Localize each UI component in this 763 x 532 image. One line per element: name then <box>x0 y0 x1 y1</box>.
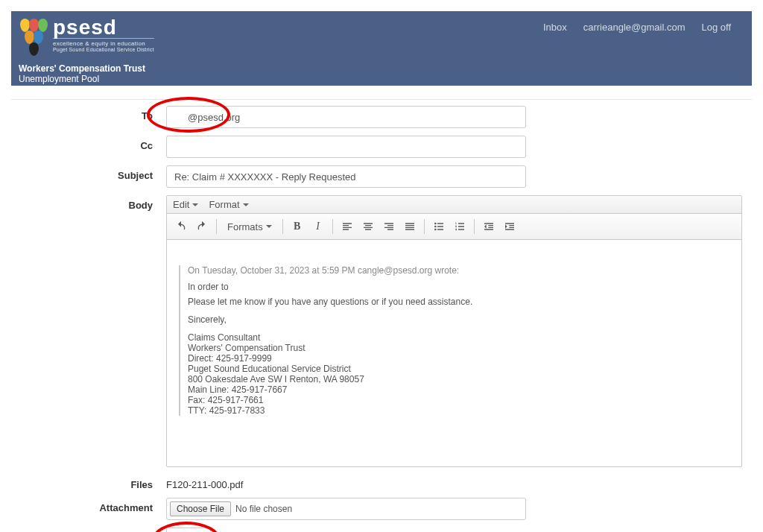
signature-main: Main Line: 425-917-7667 <box>188 384 729 395</box>
body-line-sincerely: Sincerely, <box>188 314 729 325</box>
editor-menu-edit-label: Edit <box>173 199 189 210</box>
brand-subtitle-1: excellence & equity in education <box>53 38 154 47</box>
nav-user-link[interactable]: carrieangle@gmail.com <box>583 22 686 33</box>
brand-program-1: Workers' Compensation Trust <box>11 63 163 74</box>
quoted-header: On Tuesday, October 31, 2023 at 5:59 PM … <box>188 265 729 276</box>
file-status-text: No file chosen <box>235 504 292 514</box>
svg-point-0 <box>434 223 437 225</box>
align-justify-button[interactable] <box>400 217 420 236</box>
subject-input[interactable] <box>166 165 526 188</box>
formats-dropdown-label: Formats <box>227 221 263 232</box>
label-body: Body <box>11 195 166 211</box>
label-subject: Subject <box>11 165 166 181</box>
outdent-icon <box>483 221 495 232</box>
cc-input[interactable] <box>166 136 526 158</box>
attached-file-name: F120-211-000.pdf <box>166 475 243 490</box>
indent-button[interactable] <box>500 217 519 236</box>
indent-icon <box>504 221 516 232</box>
signature-title: Claims Consultant <box>188 332 729 343</box>
choose-file-button[interactable]: Choose File <box>170 501 231 516</box>
bullet-list-button[interactable] <box>429 217 449 236</box>
signature-org: Workers' Compensation Trust <box>188 343 729 353</box>
editor-menubar: Edit Format <box>167 196 741 214</box>
redo-button[interactable] <box>192 217 212 236</box>
redo-icon <box>196 221 208 232</box>
signature-address: 800 Oakesdale Ave SW I Renton, WA 98057 <box>188 374 729 384</box>
signature-company: Puget Sound Educational Service District <box>188 364 729 374</box>
undo-button[interactable] <box>171 217 191 236</box>
svg-point-2 <box>434 229 437 231</box>
editor-menu-format-label: Format <box>209 199 239 210</box>
outdent-button[interactable] <box>479 217 498 236</box>
align-right-button[interactable] <box>379 217 399 236</box>
app-navbar: psesd excellence & equity in education P… <box>11 11 752 86</box>
bullet-list-icon <box>433 221 445 232</box>
italic-icon: I <box>316 221 320 232</box>
nav-inbox-link[interactable]: Inbox <box>543 22 567 33</box>
formats-dropdown[interactable]: Formats <box>221 217 278 236</box>
align-center-icon <box>362 221 374 232</box>
send-button[interactable]: Send <box>166 528 211 532</box>
body-line-help: Please let me know if you have any quest… <box>188 297 729 307</box>
editor-toolbar: Formats B I <box>167 214 741 240</box>
nav-logoff-link[interactable]: Log off <box>701 22 731 33</box>
caret-icon <box>192 203 198 206</box>
rich-text-editor: Edit Format Formats <box>166 195 742 467</box>
nav-right: Inbox carrieangle@gmail.com Log off <box>543 11 752 33</box>
brand-program-2: Unemployment Pool <box>11 74 163 84</box>
svg-point-1 <box>434 226 437 228</box>
editor-menu-edit[interactable]: Edit <box>173 199 198 210</box>
file-picker: Choose File No file chosen <box>166 498 526 520</box>
to-input[interactable] <box>166 106 526 128</box>
label-to: To <box>11 106 166 121</box>
italic-button[interactable]: I <box>308 217 328 236</box>
label-empty <box>11 528 166 532</box>
number-list-button[interactable] <box>450 217 469 236</box>
label-files: Files <box>11 475 166 490</box>
align-justify-icon <box>404 221 416 232</box>
align-left-button[interactable] <box>338 217 357 236</box>
caret-icon <box>243 203 249 206</box>
bold-icon: B <box>294 221 300 232</box>
caret-icon <box>266 225 272 228</box>
brand-subtitle-2: Puget Sound Educational Service District <box>53 47 154 52</box>
editor-content[interactable]: On Tuesday, October 31, 2023 at 5:59 PM … <box>167 240 741 466</box>
signature-direct: Direct: 425-917-9999 <box>188 353 729 364</box>
signature-tty: TTY: 425-917-7833 <box>188 405 729 416</box>
align-center-button[interactable] <box>358 217 378 236</box>
brand-title: psesd <box>53 17 154 38</box>
brand-block: psesd excellence & equity in education P… <box>11 11 163 63</box>
undo-icon <box>175 221 187 232</box>
bold-button[interactable]: B <box>288 217 307 236</box>
align-right-icon <box>383 221 395 232</box>
brand-logo-icon <box>20 19 48 57</box>
align-left-icon <box>341 221 353 232</box>
signature-fax: Fax: 425-917-7661 <box>188 395 729 405</box>
compose-form: To Cc Subject Body Edit <box>11 99 752 532</box>
label-cc: Cc <box>11 136 166 151</box>
body-line-intro: In order to <box>188 282 729 292</box>
label-attachment: Attachment <box>11 498 166 513</box>
number-list-icon <box>454 221 466 232</box>
editor-menu-format[interactable]: Format <box>209 199 248 210</box>
